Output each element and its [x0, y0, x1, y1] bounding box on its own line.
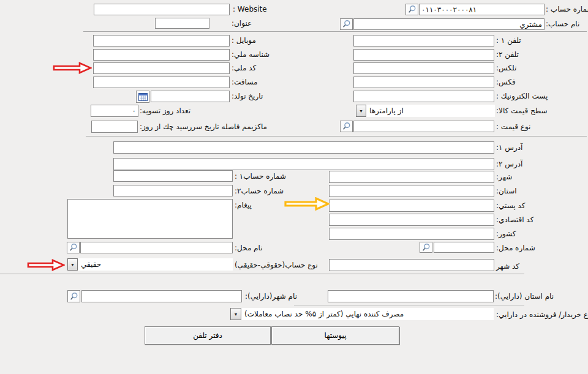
tax-city-search-button[interactable]: [67, 290, 80, 302]
account-type-label: نوع حساب(حقوقي-حقيقي): [235, 261, 318, 270]
account2-input[interactable]: [113, 185, 233, 196]
economic-code-input[interactable]: [329, 214, 494, 226]
economic-code-label: كد اقتصادي:: [496, 215, 533, 225]
title-label: عنوان:: [232, 19, 252, 28]
mobile-label: موبايل :: [232, 36, 256, 45]
buyer-type-dropdown-button[interactable]: ▼: [230, 308, 241, 320]
city-code-label: كد شهر: [496, 262, 519, 271]
country-input[interactable]: [329, 228, 494, 240]
account2-label: شماره حساب۲:: [235, 187, 284, 196]
address2-label: آدرس ۲:: [496, 160, 522, 169]
search-icon: [342, 122, 351, 131]
search-icon: [69, 243, 78, 252]
account1-label: شماره حساب۱ :: [235, 172, 286, 181]
separator-tax: [0, 274, 524, 274]
account-number-search-button[interactable]: [405, 4, 418, 15]
calendar-icon: [138, 93, 148, 101]
address2-input[interactable]: [113, 158, 494, 170]
chevron-down-icon: ▼: [70, 263, 75, 267]
price-type-input[interactable]: [353, 121, 494, 132]
price-level-label: سطح قيمت كالا:: [496, 107, 548, 116]
birthdate-label: تاريخ تولد:: [232, 92, 263, 101]
place-number-search-button[interactable]: [420, 242, 432, 253]
country-label: كشور:: [496, 230, 516, 239]
postal-code-label: كد پستي:: [496, 201, 526, 211]
national-id-label: شناسه ملي:: [232, 50, 270, 59]
search-icon: [421, 243, 431, 252]
phone1-input[interactable]: [353, 35, 494, 47]
account1-input[interactable]: [113, 170, 233, 182]
city-input[interactable]: [329, 171, 494, 183]
tax-province-name-input[interactable]: [328, 290, 494, 302]
address1-input[interactable]: [113, 141, 494, 154]
email-input[interactable]: [353, 91, 494, 102]
search-icon: [342, 20, 351, 29]
buyer-type-combobox[interactable]: مصرف كننده نهايي (كمتر از ۵% حد نصاب معا…: [241, 308, 494, 320]
address1-label: آدرس ۱:: [496, 143, 522, 152]
search-icon: [407, 5, 417, 14]
distance-input[interactable]: [93, 77, 230, 88]
account-number-input[interactable]: [419, 4, 545, 15]
search-icon: [69, 292, 78, 301]
phone1-label: تلفن ۱ :: [496, 36, 521, 45]
province-label: استان:: [496, 187, 517, 196]
separator-middle: [86, 136, 587, 137]
phone2-label: تلفن ۲:: [496, 50, 519, 59]
separator-top: [83, 31, 587, 32]
settlement-days-input[interactable]: [91, 105, 138, 117]
attachments-button[interactable]: پيوستها: [271, 326, 399, 345]
tax-province-name-label: نام استان (دارايي):: [495, 292, 554, 301]
buyer-type-label: نوع خريدار/ فروشنده در دارايي:: [496, 310, 588, 320]
place-number-input[interactable]: [434, 242, 494, 253]
yellow-arrow-annotation: [284, 197, 330, 211]
postal-code-input[interactable]: [329, 200, 494, 212]
fax-input[interactable]: [353, 77, 494, 88]
price-level-value: از پارامترها: [369, 107, 404, 115]
separator-buyer-type: [294, 305, 524, 305]
birthdate-calendar-button[interactable]: [136, 91, 149, 103]
red-arrow-annotation: [27, 259, 65, 271]
fax-label: فكس:: [496, 78, 516, 87]
price-type-label: نوع قيمت :: [496, 122, 530, 132]
birthdate-input[interactable]: [151, 91, 230, 102]
place-name-search-button[interactable]: [67, 242, 80, 253]
province-input[interactable]: [329, 185, 494, 197]
tax-city-name-input[interactable]: [81, 290, 242, 302]
account-name-input[interactable]: [353, 18, 545, 30]
settlement-days-label: تعداد روز تسويه:: [140, 107, 190, 116]
price-level-combobox[interactable]: از پارامترها: [366, 105, 495, 117]
red-arrow-annotation: [53, 62, 92, 74]
price-type-search-button[interactable]: [340, 121, 353, 132]
message-label: پيغام:: [235, 201, 252, 210]
account-name-search-button[interactable]: [340, 18, 353, 30]
account-type-value: حقيقي: [81, 260, 101, 269]
place-name-label: نام محل:: [235, 244, 263, 253]
title-input[interactable]: [155, 18, 209, 29]
phone-book-button[interactable]: دفتر تلفن: [145, 326, 271, 345]
chevron-down-icon: ▼: [359, 109, 363, 113]
telex-label: تلكس:: [496, 64, 516, 73]
message-textarea[interactable]: [67, 199, 233, 239]
national-code-input[interactable]: [93, 62, 230, 74]
city-code-input[interactable]: [329, 259, 494, 271]
city-label: شهر:: [496, 173, 512, 182]
account-type-combobox[interactable]: حقيقي: [78, 258, 233, 271]
customer-account-form: شماره حساب : Website : نام حساب: عنوان: …: [0, 0, 588, 374]
max-cheque-gap-input[interactable]: [91, 121, 138, 133]
tax-city-name-label: نام شهر(دارايي):: [245, 292, 297, 301]
email-label: پست الكترونيك :: [496, 92, 548, 101]
price-level-dropdown-button[interactable]: ▼: [356, 105, 366, 117]
national-code-label: كد ملي:: [232, 64, 256, 73]
account-number-label: شماره حساب :: [546, 5, 588, 14]
phone2-input[interactable]: [353, 49, 494, 61]
mobile-input[interactable]: [93, 35, 230, 47]
telex-input[interactable]: [353, 62, 494, 74]
website-input[interactable]: [94, 4, 230, 15]
buyer-type-value: مصرف كننده نهايي (كمتر از ۵% حد نصاب معا…: [244, 310, 404, 318]
place-name-input[interactable]: [80, 242, 233, 253]
website-label: Website :: [233, 5, 267, 14]
account-type-dropdown-button[interactable]: ▼: [67, 258, 78, 271]
chevron-down-icon: ▼: [234, 312, 238, 316]
national-id-input[interactable]: [93, 49, 230, 61]
distance-label: مسافت:: [232, 78, 257, 87]
